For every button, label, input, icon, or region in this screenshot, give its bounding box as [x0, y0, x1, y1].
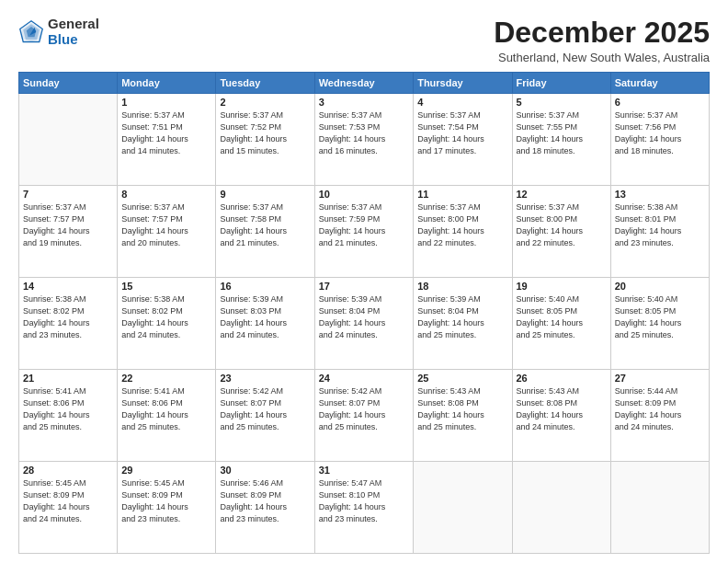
cell-w1-d2: 2Sunrise: 5:37 AMSunset: 7:52 PMDaylight…: [216, 94, 314, 186]
cell-w2-d4: 11Sunrise: 5:37 AMSunset: 8:00 PMDayligh…: [414, 186, 512, 278]
day-number: 3: [319, 97, 409, 108]
day-number: 22: [121, 373, 211, 384]
day-info: Sunrise: 5:37 AMSunset: 7:54 PMDaylight:…: [417, 109, 507, 157]
day-info: Sunrise: 5:38 AMSunset: 8:02 PMDaylight:…: [121, 293, 211, 341]
day-number: 21: [23, 373, 113, 384]
day-info: Sunrise: 5:44 AMSunset: 8:09 PMDaylight:…: [615, 385, 705, 433]
cell-w5-d4: [414, 462, 512, 554]
cell-w5-d0: 28Sunrise: 5:45 AMSunset: 8:09 PMDayligh…: [19, 462, 118, 554]
cell-w3-d6: 20Sunrise: 5:40 AMSunset: 8:05 PMDayligh…: [610, 278, 709, 370]
cell-w4-d4: 25Sunrise: 5:43 AMSunset: 8:08 PMDayligh…: [414, 370, 512, 462]
day-info: Sunrise: 5:46 AMSunset: 8:09 PMDaylight:…: [220, 477, 310, 525]
cell-w5-d2: 30Sunrise: 5:46 AMSunset: 8:09 PMDayligh…: [216, 462, 314, 554]
cell-w5-d3: 31Sunrise: 5:47 AMSunset: 8:10 PMDayligh…: [314, 462, 413, 554]
weekday-row: Sunday Monday Tuesday Wednesday Thursday…: [19, 73, 710, 94]
cell-w3-d4: 18Sunrise: 5:39 AMSunset: 8:04 PMDayligh…: [414, 278, 512, 370]
cell-w4-d0: 21Sunrise: 5:41 AMSunset: 8:06 PMDayligh…: [19, 370, 118, 462]
day-number: 1: [121, 97, 211, 108]
day-number: 25: [417, 373, 507, 384]
calendar-header: Sunday Monday Tuesday Wednesday Thursday…: [19, 73, 710, 94]
day-info: Sunrise: 5:40 AMSunset: 8:05 PMDaylight:…: [615, 293, 705, 341]
day-number: 31: [319, 465, 409, 476]
col-wednesday: Wednesday: [314, 73, 413, 94]
day-info: Sunrise: 5:43 AMSunset: 8:08 PMDaylight:…: [517, 385, 607, 433]
day-number: 29: [121, 465, 211, 476]
day-number: 12: [517, 189, 607, 200]
col-friday: Friday: [512, 73, 610, 94]
day-info: Sunrise: 5:41 AMSunset: 8:06 PMDaylight:…: [23, 385, 113, 433]
day-info: Sunrise: 5:37 AMSunset: 7:57 PMDaylight:…: [121, 201, 211, 249]
cell-w5-d1: 29Sunrise: 5:45 AMSunset: 8:09 PMDayligh…: [118, 462, 216, 554]
cell-w4-d5: 26Sunrise: 5:43 AMSunset: 8:08 PMDayligh…: [512, 370, 610, 462]
day-number: 5: [517, 97, 607, 108]
day-info: Sunrise: 5:47 AMSunset: 8:10 PMDaylight:…: [319, 477, 409, 525]
calendar-body: 1Sunrise: 5:37 AMSunset: 7:51 PMDaylight…: [19, 94, 710, 554]
cell-w1-d3: 3Sunrise: 5:37 AMSunset: 7:53 PMDaylight…: [314, 94, 413, 186]
day-info: Sunrise: 5:37 AMSunset: 7:57 PMDaylight:…: [23, 201, 113, 249]
day-number: 30: [220, 465, 310, 476]
title-block: December 2025 Sutherland, New South Wale…: [494, 17, 710, 64]
day-number: 18: [417, 281, 507, 292]
cell-w1-d4: 4Sunrise: 5:37 AMSunset: 7:54 PMDaylight…: [414, 94, 512, 186]
cell-w2-d0: 7Sunrise: 5:37 AMSunset: 7:57 PMDaylight…: [19, 186, 118, 278]
day-number: 23: [220, 373, 310, 384]
cell-w3-d2: 16Sunrise: 5:39 AMSunset: 8:03 PMDayligh…: [216, 278, 314, 370]
col-sunday: Sunday: [19, 73, 118, 94]
day-info: Sunrise: 5:37 AMSunset: 7:58 PMDaylight:…: [220, 201, 310, 249]
cell-w3-d0: 14Sunrise: 5:38 AMSunset: 8:02 PMDayligh…: [19, 278, 118, 370]
week-row-1: 1Sunrise: 5:37 AMSunset: 7:51 PMDaylight…: [19, 94, 710, 186]
cell-w3-d1: 15Sunrise: 5:38 AMSunset: 8:02 PMDayligh…: [118, 278, 216, 370]
day-number: 2: [220, 97, 310, 108]
week-row-3: 14Sunrise: 5:38 AMSunset: 8:02 PMDayligh…: [19, 278, 710, 370]
logo-text: General Blue: [48, 17, 99, 47]
day-number: 8: [121, 189, 211, 200]
day-number: 4: [417, 97, 507, 108]
header: General Blue December 2025 Sutherland, N…: [18, 17, 710, 64]
day-number: 20: [615, 281, 705, 292]
col-monday: Monday: [118, 73, 216, 94]
day-number: 24: [319, 373, 409, 384]
day-info: Sunrise: 5:37 AMSunset: 7:51 PMDaylight:…: [121, 109, 211, 157]
day-info: Sunrise: 5:45 AMSunset: 8:09 PMDaylight:…: [121, 477, 211, 525]
cell-w3-d5: 19Sunrise: 5:40 AMSunset: 8:05 PMDayligh…: [512, 278, 610, 370]
day-number: 15: [121, 281, 211, 292]
day-info: Sunrise: 5:37 AMSunset: 7:52 PMDaylight:…: [220, 109, 310, 157]
day-info: Sunrise: 5:37 AMSunset: 7:55 PMDaylight:…: [517, 109, 607, 157]
cell-w4-d1: 22Sunrise: 5:41 AMSunset: 8:06 PMDayligh…: [118, 370, 216, 462]
cell-w1-d0: [19, 94, 118, 186]
col-saturday: Saturday: [610, 73, 709, 94]
day-number: 10: [319, 189, 409, 200]
day-number: 9: [220, 189, 310, 200]
calendar-table: Sunday Monday Tuesday Wednesday Thursday…: [18, 72, 710, 554]
logo-icon: [18, 19, 44, 45]
day-info: Sunrise: 5:37 AMSunset: 7:56 PMDaylight:…: [615, 109, 705, 157]
page: General Blue December 2025 Sutherland, N…: [0, 0, 728, 563]
day-info: Sunrise: 5:37 AMSunset: 7:59 PMDaylight:…: [319, 201, 409, 249]
location-subtitle: Sutherland, New South Wales, Australia: [494, 51, 710, 64]
cell-w2-d1: 8Sunrise: 5:37 AMSunset: 7:57 PMDaylight…: [118, 186, 216, 278]
day-number: 19: [517, 281, 607, 292]
week-row-2: 7Sunrise: 5:37 AMSunset: 7:57 PMDaylight…: [19, 186, 710, 278]
cell-w2-d3: 10Sunrise: 5:37 AMSunset: 7:59 PMDayligh…: [314, 186, 413, 278]
day-info: Sunrise: 5:38 AMSunset: 8:02 PMDaylight:…: [23, 293, 113, 341]
cell-w4-d3: 24Sunrise: 5:42 AMSunset: 8:07 PMDayligh…: [314, 370, 413, 462]
day-info: Sunrise: 5:42 AMSunset: 8:07 PMDaylight:…: [220, 385, 310, 433]
day-info: Sunrise: 5:38 AMSunset: 8:01 PMDaylight:…: [615, 201, 705, 249]
week-row-4: 21Sunrise: 5:41 AMSunset: 8:06 PMDayligh…: [19, 370, 710, 462]
cell-w3-d3: 17Sunrise: 5:39 AMSunset: 8:04 PMDayligh…: [314, 278, 413, 370]
day-number: 27: [615, 373, 705, 384]
day-info: Sunrise: 5:42 AMSunset: 8:07 PMDaylight:…: [319, 385, 409, 433]
day-info: Sunrise: 5:41 AMSunset: 8:06 PMDaylight:…: [121, 385, 211, 433]
logo-general: General: [48, 17, 99, 32]
day-number: 16: [220, 281, 310, 292]
week-row-5: 28Sunrise: 5:45 AMSunset: 8:09 PMDayligh…: [19, 462, 710, 554]
day-number: 28: [23, 465, 113, 476]
cell-w5-d6: [610, 462, 709, 554]
col-thursday: Thursday: [414, 73, 512, 94]
logo: General Blue: [18, 17, 99, 47]
day-number: 26: [517, 373, 607, 384]
cell-w2-d2: 9Sunrise: 5:37 AMSunset: 7:58 PMDaylight…: [216, 186, 314, 278]
day-info: Sunrise: 5:39 AMSunset: 8:03 PMDaylight:…: [220, 293, 310, 341]
day-number: 7: [23, 189, 113, 200]
day-info: Sunrise: 5:37 AMSunset: 8:00 PMDaylight:…: [417, 201, 507, 249]
